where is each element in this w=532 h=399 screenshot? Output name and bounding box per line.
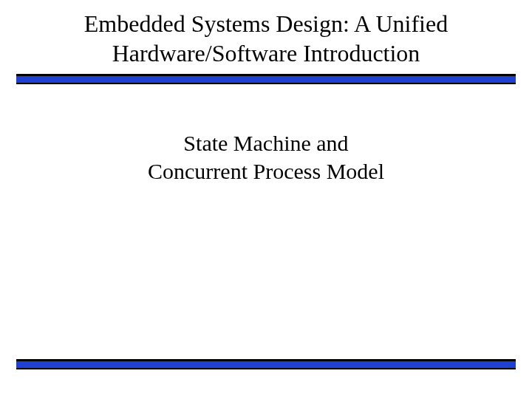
- subtitle-line-2: Concurrent Process Model: [148, 159, 384, 183]
- bar-fill: [16, 74, 516, 84]
- subtitle-line-1: State Machine and: [183, 131, 348, 155]
- decorative-bar-top: [16, 74, 516, 84]
- slide-container: Embedded Systems Design: A Unified Hardw…: [0, 0, 532, 399]
- page-title: Embedded Systems Design: A Unified Hardw…: [0, 0, 532, 74]
- decorative-bar-bottom: [16, 359, 516, 369]
- title-line-1: Embedded Systems Design: A Unified: [84, 10, 448, 37]
- subtitle: State Machine and Concurrent Process Mod…: [0, 129, 532, 185]
- title-line-2: Hardware/Software Introduction: [112, 40, 420, 66]
- bar-fill: [16, 359, 516, 369]
